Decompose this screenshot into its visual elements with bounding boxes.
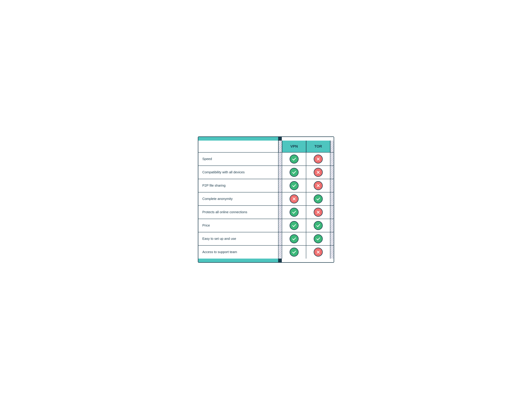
check-icon	[290, 155, 298, 163]
tor-cell	[306, 219, 330, 232]
row-stripe	[278, 153, 282, 166]
row-right-stripe	[330, 179, 334, 192]
feature-cell: Complete anonymity	[198, 193, 278, 206]
check-icon	[290, 181, 298, 190]
header-right-stripe	[330, 141, 334, 152]
row-stripe	[278, 219, 282, 232]
top-bar-left	[198, 137, 278, 141]
x-icon	[314, 248, 323, 256]
row-stripe	[278, 246, 282, 259]
check-icon	[290, 168, 298, 177]
vpn-cell	[282, 179, 306, 192]
vpn-cell	[282, 232, 306, 245]
feature-cell: Speed	[198, 153, 278, 166]
tor-cell	[306, 232, 330, 245]
comparison-table: VPN TOR Speed Compatibi	[198, 137, 334, 263]
check-icon	[314, 194, 323, 203]
vpn-cell	[282, 246, 306, 259]
row-right-stripe	[330, 246, 334, 259]
row-right-stripe	[330, 166, 334, 179]
row-stripe	[278, 179, 282, 192]
row-right-stripe	[330, 153, 334, 166]
feature-cell: Access to support team	[198, 246, 278, 259]
row-right-stripe	[330, 193, 334, 206]
tor-label: TOR	[314, 144, 322, 148]
check-icon	[290, 248, 298, 256]
vpn-cell	[282, 206, 306, 219]
vpn-cell	[282, 153, 306, 166]
top-bar-right	[282, 137, 334, 141]
top-bar-divider	[278, 137, 282, 141]
feature-cell: Easy to set up and use	[198, 232, 278, 245]
row-right-stripe	[330, 206, 334, 219]
tor-cell	[306, 179, 330, 192]
table-row: Compatibility with all devices	[198, 166, 334, 179]
tor-cell	[306, 246, 330, 259]
header-row: VPN TOR	[198, 141, 334, 152]
vpn-header: VPN	[282, 141, 306, 152]
x-icon	[314, 168, 323, 177]
table-row: Access to support team	[198, 245, 334, 259]
bottom-bar	[198, 259, 334, 262]
header-spacer	[198, 141, 278, 152]
row-right-stripe	[330, 219, 334, 232]
rows-container: Speed Compatibility with all devices	[198, 152, 334, 259]
bottom-bar-divider	[278, 259, 282, 262]
feature-cell: Protects all online connections	[198, 206, 278, 219]
table-row: Price	[198, 219, 334, 232]
row-stripe	[278, 166, 282, 179]
tor-header: TOR	[306, 141, 330, 152]
check-icon	[314, 234, 323, 243]
tor-cell	[306, 153, 330, 166]
feature-cell: Compatibility with all devices	[198, 166, 278, 179]
row-right-stripe	[330, 232, 334, 245]
table-row: Easy to set up and use	[198, 232, 334, 245]
table-row: P2P file sharing	[198, 179, 334, 192]
row-stripe	[278, 206, 282, 219]
row-stripe	[278, 193, 282, 206]
feature-cell: Price	[198, 219, 278, 232]
vpn-label: VPN	[290, 144, 298, 148]
x-icon	[314, 208, 323, 217]
check-icon	[290, 221, 298, 230]
check-icon	[290, 208, 298, 217]
top-bar	[198, 137, 334, 141]
check-icon	[290, 234, 298, 243]
vpn-cell	[282, 219, 306, 232]
table-row: Protects all online connections	[198, 206, 334, 219]
check-icon	[314, 221, 323, 230]
x-icon	[314, 181, 323, 190]
tor-cell	[306, 193, 330, 206]
table-row: Speed	[198, 152, 334, 166]
bottom-bar-right	[282, 259, 334, 262]
feature-cell: P2P file sharing	[198, 179, 278, 192]
header-left-stripe	[278, 141, 282, 152]
vpn-cell	[282, 193, 306, 206]
tor-cell	[306, 166, 330, 179]
bottom-bar-left	[198, 259, 278, 262]
x-icon	[290, 194, 298, 203]
table-row: Complete anonymity	[198, 192, 334, 206]
vpn-cell	[282, 166, 306, 179]
x-icon	[314, 155, 323, 163]
row-stripe	[278, 232, 282, 245]
header-cols: VPN TOR	[282, 141, 330, 152]
tor-cell	[306, 206, 330, 219]
